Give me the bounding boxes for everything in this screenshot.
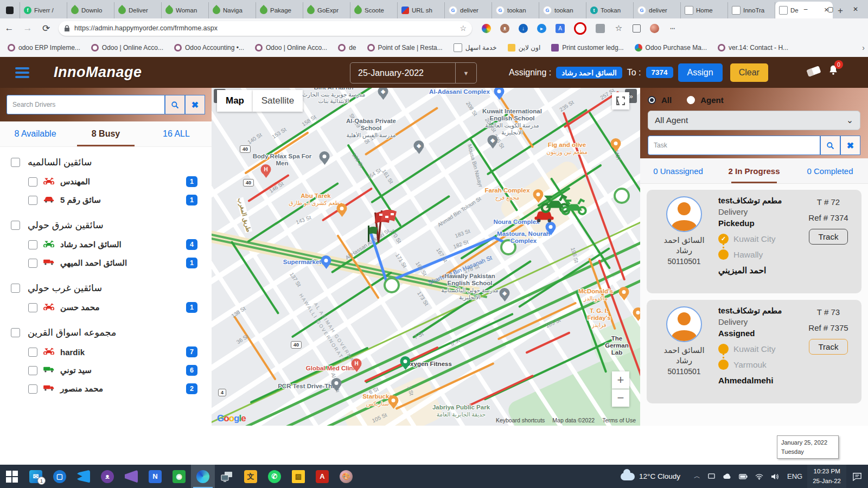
address-bar[interactable]: https://admin.happymyorder.com/frmhome.a… (59, 21, 472, 36)
menu-icon[interactable]: ⋯ (668, 24, 678, 33)
poi-label[interactable]: Kuwait International English Schoolمدرسة… (476, 108, 548, 136)
window-close-button[interactable]: ✕ (843, 0, 868, 18)
driver-search-clear-button[interactable]: ✖ (185, 95, 205, 114)
bookmark-item[interactable]: Odoo Accounting •... (174, 44, 244, 52)
task-tab-0[interactable]: 0 Unassigned (640, 158, 716, 183)
driver-checkbox[interactable] (28, 366, 37, 375)
browser-tab[interactable]: Gdeliver (445, 2, 492, 18)
driver-tab-1[interactable]: 8 Busy (71, 121, 141, 146)
browser-tab[interactable]: Deliver (114, 2, 162, 18)
driver-row[interactable]: سيد توني6 (0, 361, 212, 380)
driver-checkbox[interactable] (28, 177, 37, 187)
bookmark-star-icon[interactable]: ☆ (459, 24, 467, 33)
window-maximize-button[interactable]: ▢ (818, 0, 843, 18)
puzzle-icon[interactable] (596, 24, 605, 33)
bookmark-item[interactable]: ver.14: Contact - H... (718, 44, 788, 52)
taskbar-app-eye[interactable]: ◉ (167, 465, 191, 488)
taskbar-app-vstudio[interactable] (119, 465, 143, 488)
driver-checkbox[interactable] (28, 259, 37, 268)
shop-marker-icon[interactable] (494, 88, 505, 100)
reload-button[interactable]: ⟳ (37, 23, 55, 34)
school-marker-icon[interactable]: ◆ (488, 135, 498, 149)
map-type-map-button[interactable]: Map (217, 90, 253, 112)
onedrive-icon[interactable] (723, 473, 731, 479)
bookmark-item[interactable]: اون لاين (508, 44, 541, 52)
group-checkbox[interactable] (11, 221, 20, 230)
task-tab-1[interactable]: 2 In Progress (716, 158, 792, 183)
food-marker-icon[interactable] (611, 138, 621, 152)
poi-label[interactable]: Oxygen Fitness (405, 361, 452, 368)
agent-dropdown[interactable]: All Agent ⌄ (648, 111, 860, 130)
avatar-icon[interactable] (650, 24, 659, 33)
driver-checkbox[interactable] (28, 303, 37, 312)
browser-tab[interactable]: Scoote (350, 2, 398, 18)
browser-tab[interactable]: Home (681, 2, 728, 18)
bookmark-item[interactable]: Point of Sale | Resta... (367, 44, 443, 52)
browser-tab[interactable]: Downlo (67, 2, 114, 18)
poi-label[interactable]: Supermarket (283, 259, 321, 266)
bookmark-item[interactable]: Odoo | Online Acco... (255, 44, 327, 52)
browser-tab[interactable]: tTookan (586, 2, 634, 18)
fullscreen-button[interactable] (612, 92, 629, 110)
food-marker-icon[interactable] (619, 287, 629, 300)
track-button[interactable]: Track (809, 339, 848, 355)
green-marker-icon[interactable] (400, 356, 411, 370)
attribution-link[interactable]: Terms of Use (602, 417, 636, 423)
browser-tab[interactable]: Gdeliver (634, 2, 681, 18)
task-tab-2[interactable]: 0 Completed (792, 158, 868, 183)
language-indicator[interactable]: ENG (787, 472, 802, 480)
taskbar-app-notes[interactable]: ▨ (286, 465, 310, 488)
attribution-link[interactable]: Keyboard shortcuts (496, 417, 545, 423)
wifi-icon[interactable] (755, 473, 763, 480)
browser-tab[interactable]: URL sh (398, 2, 445, 18)
driver-row[interactable]: سائق رقم 51 (0, 191, 212, 209)
hosp-marker-icon[interactable]: H (261, 164, 271, 178)
taskbar-app-acrobat[interactable]: A (310, 465, 334, 488)
driver-tab-2[interactable]: 16 ALL (141, 121, 212, 146)
bookmarks-overflow-chevron[interactable]: › (862, 43, 865, 52)
poi-label[interactable]: McDonald'sماكدونالدز (578, 288, 613, 301)
food-marker-icon[interactable] (388, 395, 399, 409)
browser-tab[interactable] (0, 2, 20, 18)
poi-label[interactable]: Global Med Clinic (306, 365, 358, 372)
radio-all[interactable] (648, 96, 656, 104)
school-marker-icon[interactable]: ◆ (500, 288, 510, 301)
bookmark-item[interactable]: de (338, 44, 356, 52)
driver-search-button[interactable] (165, 95, 185, 114)
hosp-marker-icon[interactable]: H (352, 358, 362, 372)
battery-icon[interactable] (739, 474, 748, 479)
driver-tab-0[interactable]: 8 Available (0, 121, 71, 146)
poi-label[interactable]: Al-Qabas Private Schoolمدرسة الفبس الأهل… (335, 118, 407, 139)
browser-tab[interactable]: InnoTra (728, 2, 775, 18)
cart-marker-icon[interactable] (321, 255, 331, 269)
taskbar-app-notion[interactable]: N (143, 465, 167, 488)
poi-label[interactable]: Abu Tarekمطعم كشرى ابو طارق (289, 192, 342, 206)
bookmark-item[interactable]: Odoo | Online Acco... (91, 44, 163, 52)
driver-checkbox[interactable] (28, 240, 37, 249)
driver-checkbox[interactable] (28, 348, 37, 357)
forward-button[interactable]: → (18, 23, 37, 34)
group-checkbox[interactable] (11, 284, 20, 293)
poi-label[interactable]: Fig and oliveمطعم تين وزيتون (546, 142, 588, 155)
zoom-in-button[interactable]: + (612, 371, 629, 389)
poi-label[interactable]: The German Lab (605, 335, 628, 357)
pickup-flags-marker[interactable] (365, 209, 398, 247)
task-card[interactable]: السائق احمد رشاد50110501testمطعم توشكافD… (647, 300, 861, 403)
date-picker[interactable]: 25-January-2022 ▼ (350, 62, 477, 84)
food-marker-icon[interactable] (633, 307, 641, 321)
task-search-clear-button[interactable]: ✖ (840, 136, 860, 155)
driver-checkbox[interactable] (28, 196, 37, 205)
poi-label[interactable]: Al-Adasani Complex (429, 88, 490, 95)
driver-search-input[interactable]: Search Drivers (7, 95, 165, 114)
taskbar-app-start[interactable] (0, 465, 24, 488)
driver-row[interactable]: السائق احمد رشاد4 (0, 235, 212, 254)
driver-row[interactable]: المهندس1 (0, 172, 212, 191)
browser-tab[interactable]: Naviga (209, 2, 256, 18)
zoom-out-button[interactable]: − (612, 389, 629, 407)
action-center-button[interactable] (846, 465, 868, 488)
bookmark-item[interactable]: خدمة اسهل (454, 43, 497, 52)
bookmark-item[interactable]: Odoo Purchase Ma... (635, 44, 707, 52)
monkey-icon[interactable]: ᴥ (500, 24, 509, 33)
dot-marker-icon[interactable] (320, 151, 330, 165)
taskbar-app-paint[interactable]: 🎨 (334, 465, 358, 488)
